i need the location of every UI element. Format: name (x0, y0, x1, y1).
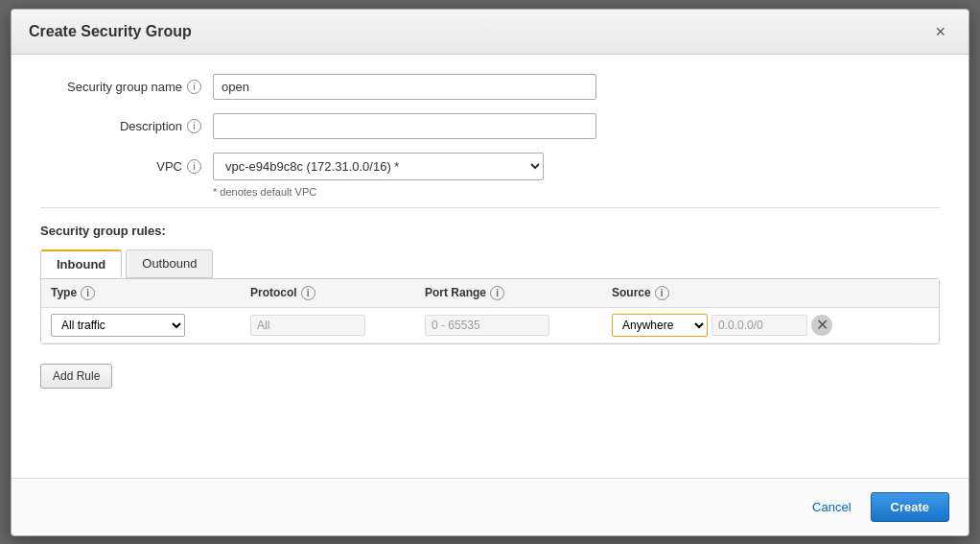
security-group-name-label: Security group name i (40, 80, 213, 94)
rules-section-title: Security group rules: (40, 224, 940, 238)
source-header: Source i (602, 279, 914, 308)
divider (40, 207, 940, 208)
vpc-label: VPC i (40, 159, 213, 174)
table-row: All traffic Anywhere (41, 307, 939, 343)
port-range-info-icon[interactable]: i (490, 286, 504, 300)
security-group-name-input[interactable] (213, 74, 596, 100)
type-select[interactable]: All traffic (51, 314, 185, 337)
add-rule-button[interactable]: Add Rule (40, 364, 112, 389)
tab-outbound[interactable]: Outbound (126, 249, 213, 278)
protocol-info-icon[interactable]: i (301, 286, 315, 300)
dialog-footer: Cancel Create (12, 478, 968, 535)
protocol-header: Protocol i (241, 279, 415, 308)
dialog-header: Create Security Group × (12, 10, 968, 55)
create-button[interactable]: Create (871, 492, 949, 522)
tab-inbound[interactable]: Inbound (40, 249, 122, 278)
create-security-group-dialog: Create Security Group × Security group n… (11, 9, 969, 536)
vpc-row: VPC i vpc-e94b9c8c (172.31.0.0/16) * (40, 153, 940, 180)
type-info-icon[interactable]: i (81, 286, 95, 300)
security-group-name-info-icon[interactable]: i (187, 80, 201, 94)
close-button[interactable]: × (929, 21, 951, 42)
vpc-select[interactable]: vpc-e94b9c8c (172.31.0.0/16) * (213, 153, 544, 180)
rules-table: Type i Protocol i Port R (41, 279, 939, 343)
cancel-button[interactable]: Cancel (803, 495, 860, 519)
vpc-note: * denotes default VPC (213, 186, 940, 198)
description-label: Description i (40, 119, 213, 133)
action-header (914, 279, 939, 308)
security-group-name-row: Security group name i (40, 74, 940, 100)
rules-table-container: Type i Protocol i Port R (40, 278, 940, 344)
dialog-body: Security group name i Description i VPC … (12, 55, 968, 478)
protocol-cell (241, 307, 415, 343)
type-cell: All traffic (41, 307, 241, 343)
port-range-header: Port Range i (415, 279, 602, 308)
description-row: Description i (40, 113, 940, 139)
description-info-icon[interactable]: i (187, 119, 201, 133)
source-cell: Anywhere ✕ (602, 307, 914, 343)
source-info-icon[interactable]: i (655, 286, 669, 300)
tabs-container: Inbound Outbound (40, 249, 940, 278)
protocol-input (250, 315, 365, 336)
description-input[interactable] (213, 113, 596, 139)
source-cidr-input (712, 315, 807, 336)
dialog-title: Create Security Group (29, 23, 192, 40)
type-header: Type i (41, 279, 241, 308)
table-header-row: Type i Protocol i Port R (41, 279, 939, 308)
port-range-cell (415, 307, 602, 343)
vpc-info-icon[interactable]: i (187, 159, 201, 174)
remove-rule-button[interactable]: ✕ (811, 315, 832, 336)
port-range-input (425, 315, 549, 336)
source-select[interactable]: Anywhere (612, 314, 708, 337)
